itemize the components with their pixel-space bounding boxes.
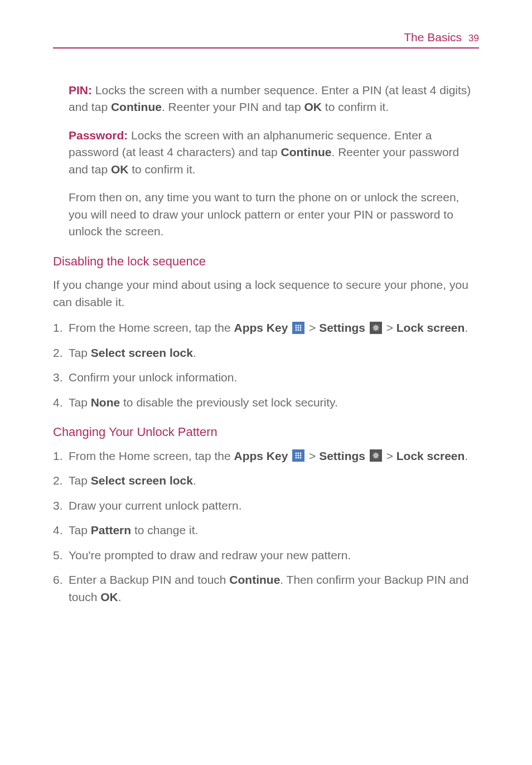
text: Confirm your unlock information. [69,371,237,384]
svg-point-0 [296,325,297,326]
apps-key-label: Apps Key [234,321,288,334]
text: . Reenter your PIN and tap [162,100,304,113]
section1-steps: From the Home screen, tap the Apps Key >… [53,319,479,411]
pin-paragraph: PIN: Locks the screen with a number sequ… [69,82,479,116]
text: to confirm it. [128,163,195,176]
text: > [386,321,396,334]
text: > [309,449,319,462]
svg-point-4 [298,327,299,328]
page-content: PIN: Locks the screen with a number sequ… [53,82,479,606]
apps-key-icon [292,322,304,334]
settings-icon [370,322,382,334]
list-item: Draw your current unlock pattern. [53,497,479,514]
text: Draw your current unlock pattern. [69,499,241,512]
svg-point-6 [296,329,297,331]
text: Tap [69,474,91,487]
svg-point-8 [300,329,302,331]
header-title: The Basics [404,31,462,44]
svg-point-10 [298,453,299,454]
password-label: Password: [69,129,128,142]
password-paragraph: Password: Locks the screen with an alpha… [69,127,479,178]
ok-label: OK [304,100,322,113]
list-item: Tap None to disable the previously set l… [53,394,479,411]
svg-point-5 [300,327,302,328]
list-item: From the Home screen, tap the Apps Key >… [53,448,479,464]
section2-steps: From the Home screen, tap the Apps Key >… [53,448,479,606]
svg-point-15 [296,457,297,459]
list-item: From the Home screen, tap the Apps Key >… [53,319,479,336]
select-screen-lock-label: Select screen lock [91,474,193,487]
section1-intro: If you change your mind about using a lo… [53,277,479,311]
pattern-label: Pattern [91,524,131,536]
apps-key-icon [292,449,304,462]
section-heading-changing: Changing Your Unlock Pattern [53,423,479,441]
svg-point-17 [300,457,302,459]
text: > [309,321,319,334]
section-heading-disabling: Disabling the lock sequence [53,253,479,270]
list-item: Confirm your unlock information. [53,369,479,386]
text: Tap [69,396,91,409]
svg-point-9 [296,453,297,454]
continue-label: Continue [111,100,162,113]
svg-point-11 [300,453,302,454]
svg-point-16 [298,457,299,459]
text: From the Home screen, tap the [69,321,234,334]
ok-label: OK [111,163,129,176]
text: From the Home screen, tap the [69,449,234,462]
text: . [193,346,196,359]
list-item: Tap Select screen lock. [53,472,479,489]
list-item: Tap Pattern to change it. [53,522,479,539]
ok-label: OK [100,590,118,603]
continue-label: Continue [229,573,280,586]
apps-key-label: Apps Key [234,449,288,462]
svg-point-13 [298,455,299,457]
text: . [193,474,196,487]
page-number: 39 [468,33,479,44]
text: Enter a Backup PIN and touch [69,573,229,586]
continue-label: Continue [281,146,332,158]
text: . [465,449,468,462]
svg-point-3 [296,327,297,328]
settings-icon [370,449,382,462]
text: From then on, any time you want to turn … [69,191,459,238]
text: to disable the previously set lock secur… [120,396,338,409]
settings-label: Settings [319,449,365,462]
text: . [465,321,468,334]
list-item: Enter a Backup PIN and touch Continue. T… [53,572,479,606]
svg-point-7 [298,329,299,331]
text: You're prompted to draw and redraw your … [69,549,351,561]
lock-screen-label: Lock screen [396,321,465,334]
svg-point-2 [300,325,302,326]
pin-label: PIN: [69,84,92,96]
svg-point-1 [298,325,299,326]
text: Tap [69,346,91,359]
text: to confirm it. [322,100,389,113]
text: > [383,449,396,462]
text: . [118,590,122,603]
lock-screen-label: Lock screen [396,449,465,462]
list-item: You're prompted to draw and redraw your … [53,547,479,564]
text: Tap [69,524,91,536]
svg-point-12 [296,455,297,457]
list-item: Tap Select screen lock. [53,345,479,361]
page-header: The Basics 39 [53,31,479,49]
none-label: None [91,396,120,409]
from-then-paragraph: From then on, any time you want to turn … [69,189,479,240]
svg-point-14 [300,455,302,457]
settings-label: Settings [319,321,365,334]
select-screen-lock-label: Select screen lock [91,346,193,359]
text: to change it. [131,524,198,536]
